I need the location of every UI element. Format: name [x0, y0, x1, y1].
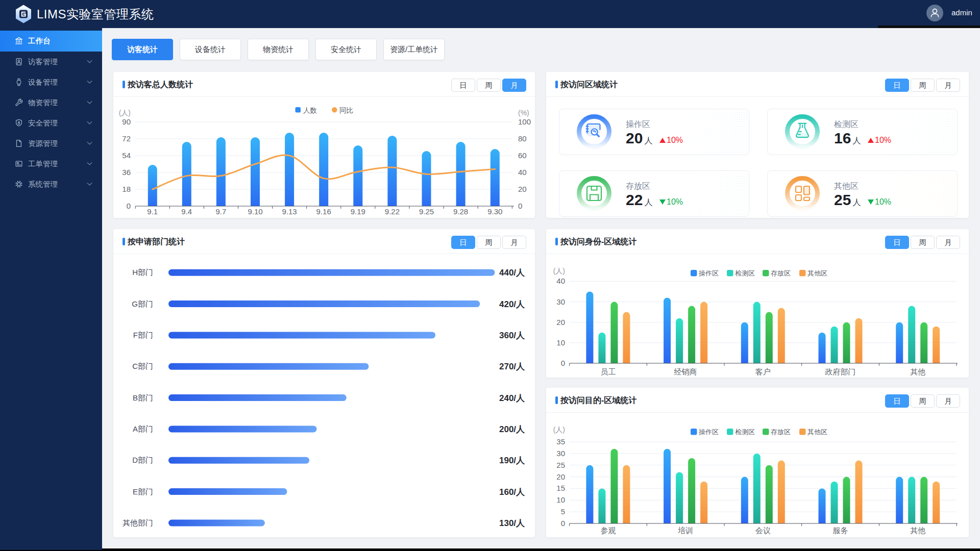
svg-text:160/人: 160/人 — [499, 487, 525, 497]
svg-text:D部门: D部门 — [132, 456, 153, 464]
svg-text:100: 100 — [518, 117, 531, 126]
svg-text:政府部门: 政府部门 — [825, 367, 856, 376]
svg-text:270/人: 270/人 — [499, 362, 525, 371]
svg-text:B部门: B部门 — [133, 393, 153, 402]
svg-text:240/人: 240/人 — [499, 393, 525, 403]
svg-text:存放区: 存放区 — [771, 269, 791, 277]
svg-text:420/人: 420/人 — [499, 299, 525, 309]
svg-text:其他区: 其他区 — [807, 269, 827, 277]
svg-text:其他: 其他 — [910, 526, 925, 535]
svg-text:9.30: 9.30 — [487, 207, 502, 216]
svg-text:36: 36 — [122, 168, 131, 177]
svg-text:A部门: A部门 — [133, 424, 153, 433]
svg-text:操作区: 操作区 — [698, 269, 719, 277]
svg-text:40: 40 — [518, 168, 527, 177]
svg-text:(人): (人) — [119, 109, 131, 117]
svg-text:其他区: 其他区 — [807, 428, 827, 436]
svg-text:同比: 同比 — [339, 107, 353, 114]
svg-text:200/人: 200/人 — [499, 424, 525, 434]
svg-text:20: 20 — [556, 472, 565, 481]
svg-text:9.1: 9.1 — [147, 207, 158, 216]
svg-text:0: 0 — [561, 359, 565, 367]
svg-text:(人): (人) — [553, 425, 565, 434]
svg-text:参观: 参观 — [600, 526, 616, 535]
svg-text:60: 60 — [518, 151, 527, 160]
svg-text:9.22: 9.22 — [385, 207, 400, 216]
svg-text:360/人: 360/人 — [499, 331, 525, 340]
svg-text:15: 15 — [556, 484, 565, 492]
svg-text:9.19: 9.19 — [351, 207, 365, 216]
svg-text:员工: 员工 — [600, 367, 616, 376]
svg-text:9.13: 9.13 — [282, 207, 297, 216]
svg-text:25: 25 — [556, 461, 565, 469]
svg-text:30: 30 — [556, 449, 565, 458]
svg-text:0: 0 — [561, 519, 565, 528]
svg-text:10: 10 — [556, 495, 565, 504]
svg-text:检测区: 检测区 — [735, 428, 755, 436]
svg-text:5: 5 — [561, 507, 565, 516]
svg-text:18: 18 — [122, 185, 131, 193]
svg-text:9.7: 9.7 — [215, 207, 226, 216]
svg-text:培训: 培训 — [678, 526, 693, 535]
svg-text:其他: 其他 — [910, 367, 925, 376]
svg-text:0: 0 — [127, 202, 131, 210]
svg-text:经销商: 经销商 — [674, 367, 697, 376]
svg-text:0: 0 — [518, 202, 522, 210]
svg-text:40: 40 — [556, 277, 565, 285]
svg-text:20: 20 — [518, 185, 527, 193]
svg-text:H部门: H部门 — [132, 268, 153, 277]
svg-text:90: 90 — [122, 117, 131, 126]
svg-text:54: 54 — [122, 151, 131, 160]
svg-text:检测区: 检测区 — [735, 269, 755, 277]
svg-text:E部门: E部门 — [133, 487, 153, 496]
svg-text:G部门: G部门 — [132, 299, 153, 308]
svg-text:9.4: 9.4 — [181, 207, 192, 216]
svg-text:服务: 服务 — [833, 526, 848, 535]
svg-text:130/人: 130/人 — [499, 518, 525, 528]
svg-text:(人): (人) — [553, 267, 565, 275]
svg-text:35: 35 — [556, 437, 565, 446]
svg-text:10: 10 — [556, 338, 565, 347]
svg-text:9.25: 9.25 — [419, 207, 434, 216]
svg-text:存放区: 存放区 — [771, 428, 791, 436]
svg-text:72: 72 — [122, 134, 131, 143]
svg-text:人数: 人数 — [303, 107, 317, 114]
svg-text:客户: 客户 — [755, 367, 771, 376]
svg-text:9.10: 9.10 — [248, 207, 262, 216]
svg-text:(%): (%) — [518, 109, 529, 117]
svg-text:C部门: C部门 — [132, 362, 153, 370]
svg-text:9.16: 9.16 — [316, 207, 331, 216]
svg-text:20: 20 — [556, 318, 565, 327]
svg-text:80: 80 — [518, 134, 527, 143]
svg-text:会议: 会议 — [755, 526, 771, 535]
svg-text:操作区: 操作区 — [698, 428, 719, 436]
svg-text:F部门: F部门 — [133, 331, 153, 339]
svg-text:9.28: 9.28 — [453, 207, 468, 216]
svg-text:30: 30 — [556, 297, 565, 306]
svg-text:190/人: 190/人 — [499, 456, 525, 465]
svg-text:其他部门: 其他部门 — [122, 518, 153, 527]
svg-text:440/人: 440/人 — [499, 268, 525, 278]
